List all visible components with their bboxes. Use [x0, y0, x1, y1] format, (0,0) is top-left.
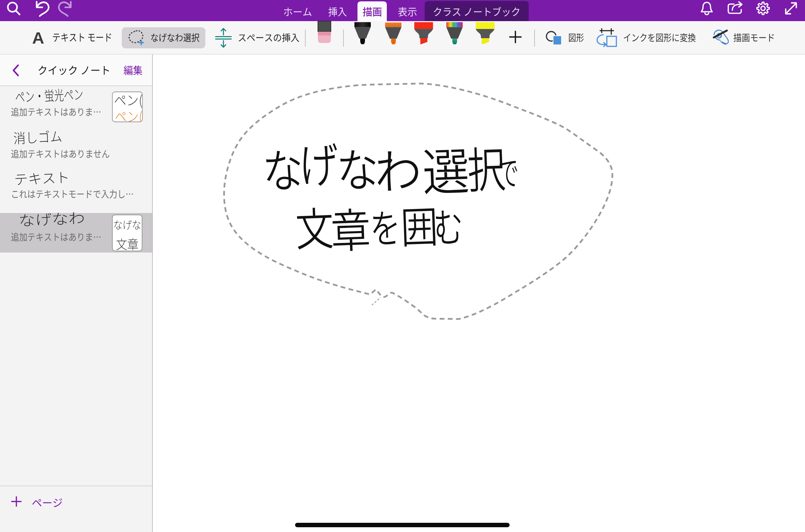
svg-text:A: A — [32, 29, 44, 47]
